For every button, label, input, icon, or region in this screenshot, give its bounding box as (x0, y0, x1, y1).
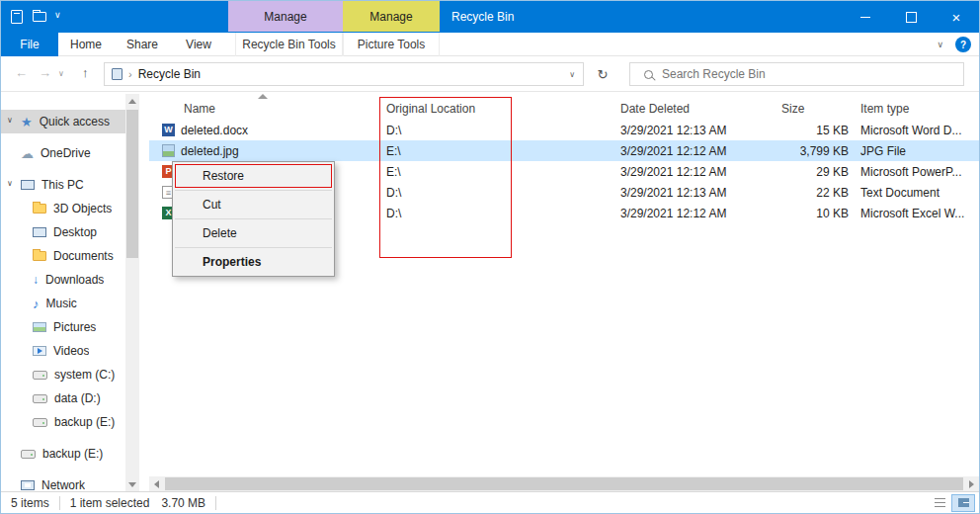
computer-icon (21, 180, 35, 190)
column-header-size[interactable]: Size (776, 102, 854, 116)
tab-home[interactable]: Home (58, 33, 114, 56)
sidebar-item-onedrive[interactable]: OneDrive (1, 141, 125, 165)
breadcrumb[interactable]: Recycle Bin (138, 67, 569, 81)
tab-recycle-bin-tools[interactable]: Recycle Bin Tools (235, 33, 343, 56)
scroll-down-arrow-icon[interactable] (125, 477, 139, 491)
window-title: Recycle Bin (451, 1, 514, 33)
sidebar-item-backup-e-drive[interactable]: backup (E:) (1, 442, 125, 466)
item-count: 5 items (1, 496, 59, 510)
sidebar-item-data-d[interactable]: data (D:) (1, 386, 125, 410)
network-icon (21, 480, 35, 490)
desktop-icon (33, 227, 46, 237)
drive-icon (21, 450, 36, 459)
sidebar-item-documents[interactable]: Documents (1, 244, 125, 268)
sort-ascending-caret-icon[interactable] (258, 94, 268, 99)
column-header-name[interactable]: Name (149, 102, 374, 116)
sidebar-item-pictures[interactable]: Pictures (1, 315, 125, 339)
sidebar-item-desktop[interactable]: Desktop (1, 220, 125, 244)
scroll-right-arrow-icon[interactable] (964, 476, 979, 491)
scrollbar-thumb[interactable] (165, 477, 963, 490)
breadcrumb-separator-icon: › (128, 68, 132, 80)
tab-share[interactable]: Share (114, 33, 171, 56)
sidebar-item-this-pc[interactable]: ∨ This PC (1, 173, 125, 197)
column-header-date-deleted[interactable]: Date Deleted (613, 102, 776, 116)
word-file-icon (162, 124, 175, 136)
column-header-item-type[interactable]: Item type (854, 102, 979, 116)
selection-size: 3.70 MB (159, 496, 215, 510)
scroll-up-arrow-icon[interactable] (125, 94, 139, 108)
column-headers: Name Original Location Date Deleted Size… (149, 98, 979, 120)
thumbnails-view-button[interactable] (951, 494, 975, 512)
status-bar: 5 items 1 item selected 3.70 MB (1, 491, 979, 513)
up-button[interactable]: ↑ (82, 65, 89, 80)
file-row-deleted-jpg-selected[interactable]: deleted.jpg E:\ 3/29/2021 12:12 AM 3,799… (149, 140, 979, 161)
tab-picture-tools[interactable]: Picture Tools (343, 33, 440, 56)
sidebar-scrollbar[interactable] (125, 94, 139, 491)
documents-icon (33, 251, 46, 261)
maximize-button[interactable] (888, 1, 934, 33)
ribbon-collapse-chevron-icon[interactable]: ∨ (937, 40, 943, 49)
menu-item-properties[interactable]: Properties (173, 250, 334, 274)
tab-group-label: Manage (264, 10, 306, 24)
drive-icon (33, 418, 47, 427)
address-bar[interactable]: › Recycle Bin ∨ (104, 62, 584, 86)
minimize-button[interactable] (843, 1, 888, 33)
view-toggles (928, 494, 975, 512)
thumbnails-view-icon (958, 498, 969, 507)
tab-group-label: Manage (369, 10, 412, 24)
horizontal-scrollbar[interactable] (149, 476, 979, 491)
content-area: ∨ Quick access OneDrive ∨ This PC 3D Obj… (1, 92, 979, 493)
scrollbar-thumb[interactable] (126, 110, 138, 258)
forward-button[interactable]: → (39, 65, 51, 80)
close-button[interactable]: × (934, 1, 979, 33)
drive-icon (33, 371, 47, 380)
sidebar-item-quick-access[interactable]: ∨ Quick access (1, 110, 125, 133)
navigation-pane: ∨ Quick access OneDrive ∨ This PC 3D Obj… (1, 92, 125, 493)
explorer-window: ∨ Manage Manage Recycle Bin × File Home … (0, 0, 980, 514)
scroll-left-arrow-icon[interactable] (149, 476, 164, 491)
selection-count: 1 item selected (60, 496, 160, 510)
sidebar-item-network[interactable]: Network (1, 473, 125, 493)
file-list: Name Original Location Date Deleted Size… (149, 92, 979, 493)
details-view-icon (935, 498, 945, 507)
search-icon (644, 70, 653, 79)
address-dropdown-chevron-icon[interactable]: ∨ (569, 70, 575, 79)
search-input[interactable] (662, 67, 963, 81)
tab-group-picture-tools[interactable]: Manage (343, 1, 440, 32)
history-chevron-icon[interactable]: ∨ (58, 69, 64, 78)
sidebar-item-music[interactable]: Music (1, 292, 125, 315)
menu-item-restore[interactable]: Restore (173, 164, 334, 188)
menu-separator (175, 190, 332, 191)
ribbon-tab-row: File Home Share View Recycle Bin Tools P… (1, 33, 979, 56)
details-view-button[interactable] (928, 494, 951, 512)
quick-access-toolbar-folder-icon[interactable] (33, 12, 46, 22)
sidebar-item-3d-objects[interactable]: 3D Objects (1, 197, 125, 220)
title-bar: ∨ Manage Manage Recycle Bin × (1, 1, 979, 33)
status-divider (215, 496, 216, 510)
recycle-bin-breadcrumb-icon (112, 68, 122, 80)
menu-item-cut[interactable]: Cut (173, 193, 334, 216)
menu-item-delete[interactable]: Delete (173, 221, 334, 245)
tab-file[interactable]: File (1, 33, 58, 56)
menu-separator (175, 247, 332, 248)
search-box[interactable] (629, 62, 964, 86)
quick-access-toolbar-chevron-icon[interactable]: ∨ (54, 10, 61, 20)
sidebar-item-system-c[interactable]: system (C:) (1, 363, 125, 386)
pictures-icon (33, 322, 46, 332)
back-button[interactable]: ← (15, 65, 28, 80)
column-header-original-location[interactable]: Original Location (374, 102, 613, 116)
sidebar-item-downloads[interactable]: Downloads (1, 268, 125, 292)
chevron-down-icon[interactable]: ∨ (7, 116, 13, 125)
file-row-deleted-docx[interactable]: deleted.docx D:\ 3/29/2021 12:13 AM 15 K… (149, 120, 979, 140)
sidebar-item-videos[interactable]: Videos (1, 339, 125, 363)
tab-group-recycle-bin-tools[interactable]: Manage (228, 1, 343, 32)
cloud-icon (21, 146, 34, 161)
refresh-button[interactable]: ↻ (588, 62, 617, 86)
help-icon[interactable]: ? (955, 37, 971, 52)
recycle-bin-window-icon (11, 10, 23, 24)
downloads-icon (33, 273, 39, 287)
sidebar-item-backup-e[interactable]: backup (E:) (1, 410, 125, 434)
menu-separator (175, 218, 332, 219)
chevron-down-icon[interactable]: ∨ (7, 179, 13, 188)
tab-view[interactable]: View (171, 33, 226, 56)
